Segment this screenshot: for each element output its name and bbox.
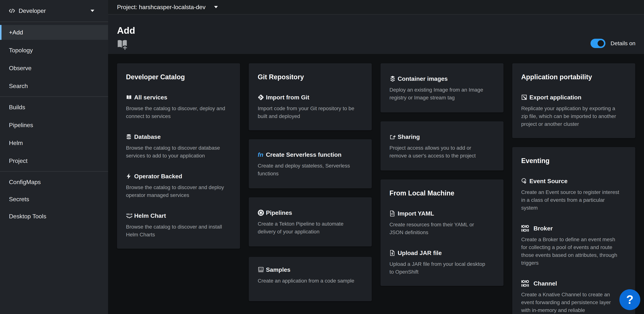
svg-text:HELM: HELM	[126, 213, 132, 215]
